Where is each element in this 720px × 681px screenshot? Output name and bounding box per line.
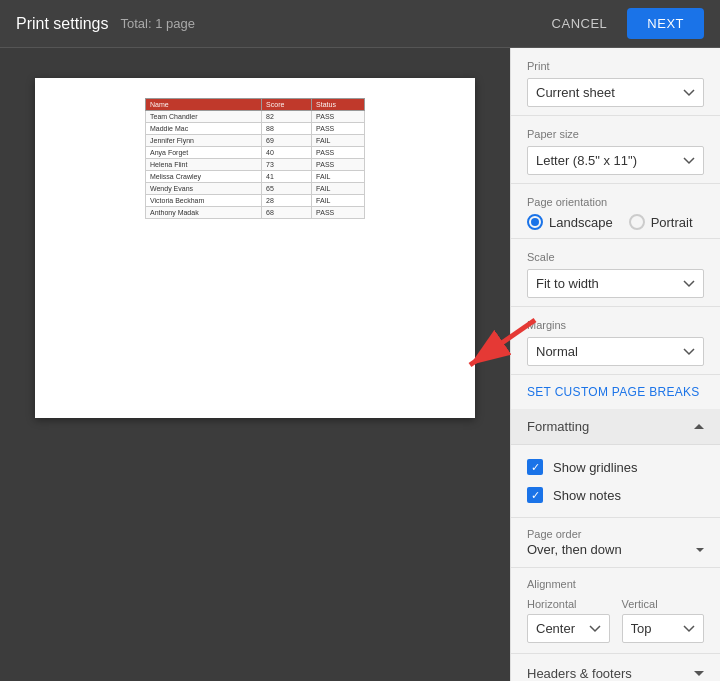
scale-section: Scale Fit to width: [511, 239, 720, 307]
vertical-select[interactable]: Top: [622, 614, 705, 643]
table-row: Helena Flint73PASS: [146, 159, 365, 171]
show-notes-item[interactable]: ✓ Show notes: [527, 481, 704, 509]
page-title: Print settings: [16, 15, 108, 33]
margins-select[interactable]: Normal: [527, 337, 704, 366]
horizontal-select[interactable]: Center: [527, 614, 610, 643]
show-gridlines-label: Show gridlines: [553, 460, 638, 475]
horizontal-col: Horizontal Center: [527, 598, 610, 643]
chevron-down-icon: [694, 671, 704, 676]
table-row: Wendy Evans65FAIL: [146, 183, 365, 195]
page-order-chevron-icon: [696, 548, 704, 552]
portrait-label: Portrait: [651, 215, 693, 230]
col-header-status: Status: [312, 99, 365, 111]
alignment-row: Horizontal Center Vertical Top: [527, 598, 704, 643]
portrait-option[interactable]: Portrait: [629, 214, 693, 230]
vertical-col: Vertical Top: [622, 598, 705, 643]
main-content: Name Score Status Team Chandler82PASSMad…: [0, 48, 720, 681]
hf-section: Headers & footers: [511, 654, 720, 681]
next-button[interactable]: NEXT: [627, 8, 704, 39]
portrait-radio[interactable]: [629, 214, 645, 230]
table-row: Anya Forget40PASS: [146, 147, 365, 159]
page-order-section: Page order Over, then down: [511, 518, 720, 568]
landscape-radio-dot: [531, 218, 539, 226]
page-preview: Name Score Status Team Chandler82PASSMad…: [35, 78, 475, 418]
preview-table: Name Score Status Team Chandler82PASSMad…: [145, 98, 365, 219]
settings-panel: Print Current sheet Paper size Letter (8…: [510, 48, 720, 681]
hf-label: Headers & footers: [527, 666, 632, 681]
table-row: Maddie Mac88PASS: [146, 123, 365, 135]
hf-header[interactable]: Headers & footers: [527, 666, 704, 681]
custom-breaks-link[interactable]: SET CUSTOM PAGE BREAKS: [511, 375, 720, 409]
page-orientation-section: Page orientation Landscape Portrait: [511, 184, 720, 239]
orientation-radio-group: Landscape Portrait: [527, 214, 704, 230]
table-row: Anthony Madak68PASS: [146, 207, 365, 219]
show-notes-label: Show notes: [553, 488, 621, 503]
table-row: Victoria Beckham28FAIL: [146, 195, 365, 207]
show-notes-checkbox[interactable]: ✓: [527, 487, 543, 503]
formatting-label: Formatting: [527, 419, 589, 434]
page-order-label: Page order: [527, 528, 704, 540]
landscape-option[interactable]: Landscape: [527, 214, 613, 230]
preview-area: Name Score Status Team Chandler82PASSMad…: [0, 48, 510, 681]
paper-size-select[interactable]: Letter (8.5" x 11"): [527, 146, 704, 175]
chevron-up-icon: [694, 424, 704, 429]
alignment-label: Alignment: [527, 578, 704, 590]
landscape-radio[interactable]: [527, 214, 543, 230]
margins-section: Margins Normal: [511, 307, 720, 375]
svg-line-1: [470, 320, 510, 365]
table-row: Jennifer Flynn69FAIL: [146, 135, 365, 147]
print-section: Print Current sheet: [511, 48, 720, 116]
formatting-header[interactable]: Formatting: [511, 409, 720, 445]
table-row: Team Chandler82PASS: [146, 111, 365, 123]
print-label: Print: [527, 60, 704, 72]
top-bar: Print settings Total: 1 page CANCEL NEXT: [0, 0, 720, 48]
page-orientation-label: Page orientation: [527, 196, 704, 208]
page-order-dropdown[interactable]: Over, then down: [527, 542, 704, 557]
print-select[interactable]: Current sheet: [527, 78, 704, 107]
gridlines-check-icon: ✓: [531, 462, 540, 473]
alignment-section: Alignment Horizontal Center Vertical Top: [511, 568, 720, 654]
show-gridlines-checkbox[interactable]: ✓: [527, 459, 543, 475]
landscape-label: Landscape: [549, 215, 613, 230]
horizontal-label: Horizontal: [527, 598, 610, 610]
scale-select[interactable]: Fit to width: [527, 269, 704, 298]
margins-label: Margins: [527, 319, 704, 331]
show-gridlines-item[interactable]: ✓ Show gridlines: [527, 453, 704, 481]
col-header-name: Name: [146, 99, 262, 111]
table-row: Melissa Crawley41FAIL: [146, 171, 365, 183]
paper-size-section: Paper size Letter (8.5" x 11"): [511, 116, 720, 184]
scale-label: Scale: [527, 251, 704, 263]
col-header-score: Score: [262, 99, 312, 111]
cancel-button[interactable]: CANCEL: [540, 8, 620, 39]
page-order-value: Over, then down: [527, 542, 622, 557]
page-subtitle: Total: 1 page: [120, 16, 194, 31]
vertical-label: Vertical: [622, 598, 705, 610]
notes-check-icon: ✓: [531, 490, 540, 501]
paper-size-label: Paper size: [527, 128, 704, 140]
formatting-options: ✓ Show gridlines ✓ Show notes: [511, 445, 720, 518]
